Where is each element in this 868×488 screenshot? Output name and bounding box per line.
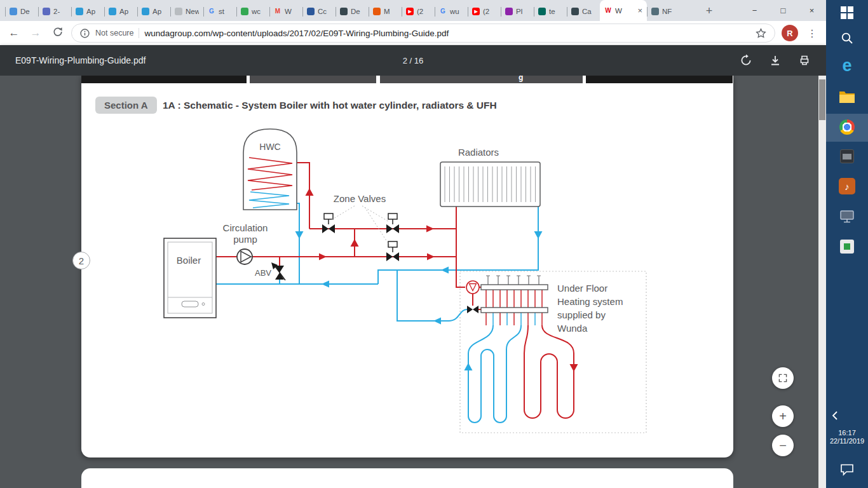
omnibox-divider	[139, 28, 139, 38]
browser-tab[interactable]: ▸ (2	[468, 2, 501, 21]
tab-favicon	[175, 8, 182, 15]
info-icon[interactable]	[79, 28, 90, 39]
green-app-icon	[840, 240, 854, 254]
browser-tab[interactable]: Pl	[501, 2, 534, 21]
tab-title: De	[20, 8, 34, 15]
taskbar-file-explorer-button[interactable]	[826, 86, 868, 107]
forward-button[interactable]: →	[28, 27, 43, 39]
taskbar-search-button[interactable]	[826, 29, 868, 47]
back-button[interactable]: ←	[6, 27, 22, 39]
taskbar-app-button-1[interactable]	[826, 207, 868, 227]
notification-bubble-icon	[840, 463, 854, 476]
return-arrows	[295, 231, 543, 370]
maximize-button[interactable]: □	[769, 0, 797, 21]
tab-favicon	[76, 8, 83, 15]
browser-tab[interactable]: wc	[236, 2, 269, 21]
tab-title: wc	[252, 8, 265, 15]
clock-date: 22/11/2019	[830, 437, 864, 445]
browser-tab[interactable]: Ca	[567, 2, 600, 21]
tab-favicon	[10, 8, 17, 15]
radiators-label: Radiators	[458, 147, 499, 158]
taskbar-app-button-2[interactable]	[826, 236, 868, 257]
itunes-icon: ♪	[839, 178, 855, 194]
taskbar-chrome-button[interactable]	[826, 116, 868, 139]
url-text[interactable]: wundagroup.com/wp-content/uploads/2017/0…	[144, 29, 750, 38]
security-label: Not secure	[95, 29, 133, 37]
rotate-icon[interactable]	[740, 54, 752, 67]
browser-tab[interactable]: Ap	[71, 2, 104, 21]
browser-tab[interactable]: De	[336, 2, 369, 21]
tab-favicon	[651, 8, 659, 15]
windows-start-button[interactable]	[826, 4, 868, 22]
tab-favicon	[373, 8, 381, 15]
taskbar-chevron-button[interactable]	[826, 407, 868, 424]
tab-title: W	[615, 7, 633, 15]
browser-tab[interactable]: G st	[203, 2, 236, 21]
browser-tab[interactable]: New Ta	[170, 2, 203, 21]
taskbar-clock[interactable]: 16:17 22/11/2019	[826, 427, 868, 447]
taskbar-edge-button[interactable]: e	[826, 55, 868, 76]
scrollbar-track[interactable]	[818, 76, 826, 488]
abv-label: ABV	[255, 268, 271, 278]
profile-avatar[interactable]: R	[782, 25, 798, 41]
scrollbar-thumb[interactable]	[819, 79, 825, 120]
browser-tab[interactable]: W W ×	[600, 0, 647, 21]
monitor-app-icon	[839, 210, 855, 224]
browser-tab[interactable]: te	[534, 2, 567, 21]
zoom-out-button[interactable]: −	[772, 435, 794, 456]
tab-favicon: G	[439, 8, 447, 15]
pdf-content-area[interactable]: g Section A 1A : Schematic - System Boil…	[0, 76, 826, 488]
browser-tab[interactable]: Ap	[137, 2, 170, 21]
browser-tab[interactable]: 2-	[38, 2, 71, 21]
tab-title: New Ta	[186, 8, 199, 15]
browser-tab[interactable]: Cc	[302, 2, 336, 21]
boiler	[164, 238, 216, 318]
tab-title: Ap	[153, 8, 166, 15]
browser-tab[interactable]: M W	[269, 2, 302, 21]
radiator	[440, 162, 540, 207]
tab-title: wu	[450, 8, 463, 15]
browser-tab[interactable]: G wu	[435, 2, 468, 21]
fit-to-page-button[interactable]	[772, 367, 794, 389]
pdf-page-indicator: 2 / 16	[403, 56, 424, 65]
taskbar-itunes-button[interactable]: ♪	[826, 176, 868, 196]
tab-title: NF	[662, 8, 675, 15]
tab-title: Cc	[318, 8, 331, 15]
zone-valve-leaders	[330, 206, 391, 248]
tab-favicon	[538, 8, 546, 15]
pdf-toolbar: E09T-Wiring-Plumbing-Guide.pdf 2 / 16	[0, 45, 826, 76]
ufh-return-coil	[468, 325, 521, 423]
browser-tab[interactable]: Ap	[104, 2, 137, 21]
browser-tab[interactable]: NF	[647, 2, 680, 21]
tab-title: Pl	[516, 8, 529, 15]
bookmark-star-icon[interactable]	[755, 27, 767, 39]
reload-button[interactable]	[50, 26, 65, 41]
tab-favicon: M	[274, 8, 281, 15]
search-icon	[840, 31, 854, 45]
tab-title: 2-	[53, 8, 67, 15]
tab-title: Ap	[119, 8, 133, 15]
zone-valves-label: Zone Valves	[334, 193, 386, 204]
minimize-button[interactable]: −	[740, 0, 769, 21]
ufh-note-line: Under Floor	[557, 283, 607, 294]
browser-menu-icon[interactable]: ⋮	[804, 27, 820, 39]
print-icon[interactable]	[798, 54, 811, 67]
new-tab-button[interactable]: +	[700, 2, 718, 20]
edge-icon: e	[842, 56, 851, 76]
omnibox[interactable]: Not secure wundagroup.com/wp-content/upl…	[71, 24, 775, 43]
tab-title: st	[219, 8, 232, 15]
zoom-in-button[interactable]: +	[772, 405, 794, 427]
browser-tab[interactable]: M	[369, 2, 402, 21]
ufh-flow-coil	[524, 325, 574, 418]
action-center-button[interactable]	[826, 460, 868, 479]
pdf-actions	[740, 54, 811, 67]
zone-valve-1	[322, 214, 335, 233]
close-button[interactable]: ×	[797, 0, 826, 21]
tab-favicon	[505, 8, 513, 15]
download-icon[interactable]	[769, 54, 782, 67]
browser-tab[interactable]: De	[5, 2, 38, 21]
browser-tab[interactable]: ▸ (2	[402, 2, 435, 21]
ufh-valve-symbol	[467, 306, 473, 313]
tab-close-icon[interactable]: ×	[636, 6, 642, 15]
taskbar-photos-button[interactable]	[826, 146, 868, 166]
